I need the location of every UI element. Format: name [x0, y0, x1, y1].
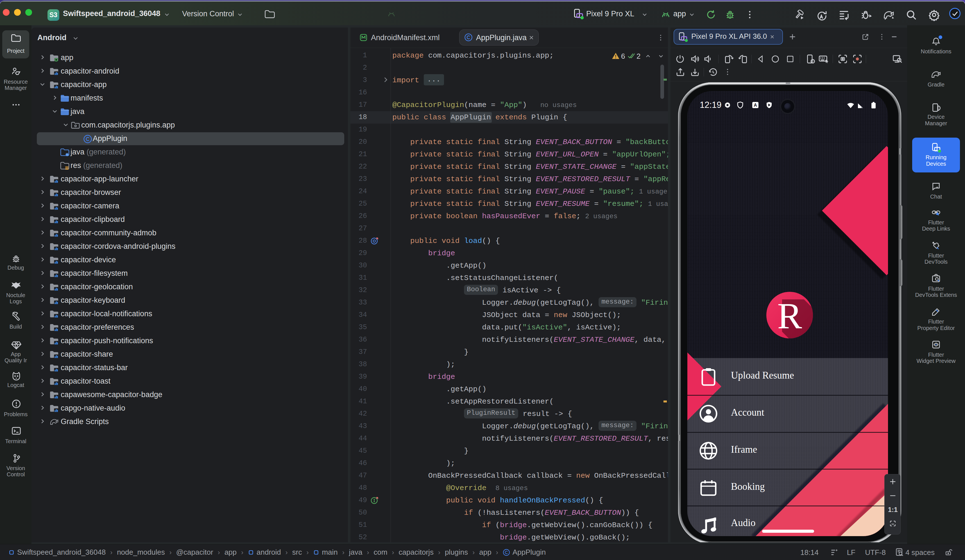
svg-text:A: A — [754, 103, 757, 108]
svg-text:R: R — [777, 295, 802, 336]
